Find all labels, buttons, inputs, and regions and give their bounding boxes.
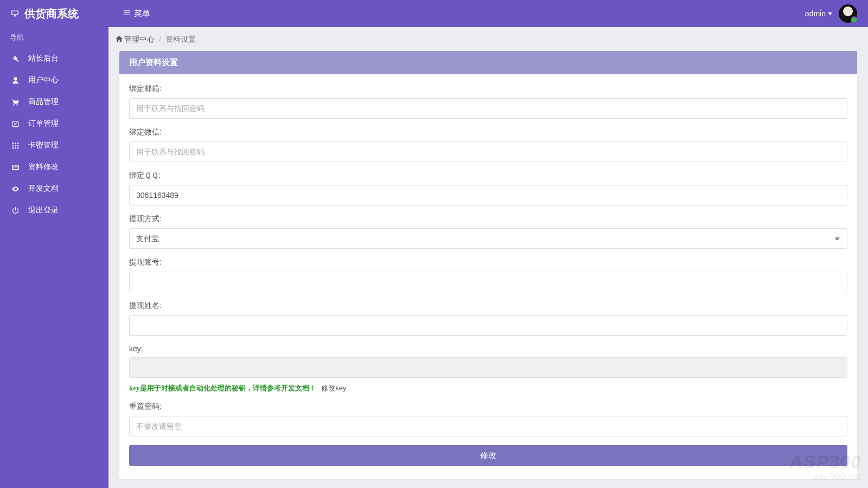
- cart-icon: [11, 98, 20, 106]
- top-navbar: 供货商系统 菜单 admin: [0, 0, 868, 27]
- label-withdraw-method: 提现方式:: [129, 214, 847, 224]
- withdraw-method-select[interactable]: 支付宝: [129, 228, 847, 249]
- breadcrumb-separator: /: [159, 35, 161, 44]
- sidebar-item-label: 退出登录: [28, 206, 59, 215]
- sidebar-item-label: 资料修改: [28, 162, 59, 172]
- sidebar: 导航 站长后台 用户中心 商品管理 订单管理 卡密管理 资料修改 开发文档 退出…: [0, 27, 108, 488]
- eye-icon: [11, 184, 20, 193]
- sidebar-item-profile-edit[interactable]: 资料修改: [0, 156, 108, 178]
- field-qq: 绑定ＱＱ:: [129, 171, 847, 206]
- withdraw-account-input[interactable]: [129, 272, 847, 292]
- sidebar-item-order-mgmt[interactable]: 订单管理: [0, 113, 108, 134]
- field-key: key: key是用于对接或者自动化处理的秘钥，详情参考开发文档！ 修改key: [129, 344, 847, 393]
- breadcrumb-home[interactable]: 管理中心: [115, 35, 155, 44]
- power-icon: [11, 206, 20, 215]
- panel-title: 用户资料设置: [119, 51, 857, 74]
- panel-body: 绑定邮箱: 绑定微信: 绑定ＱＱ: 提现方式: 支付宝 提现账号:: [119, 74, 857, 479]
- email-input[interactable]: [129, 98, 847, 119]
- field-withdraw-account: 提现账号:: [129, 258, 847, 292]
- sidebar-section-header: 导航: [0, 27, 108, 48]
- submit-button[interactable]: 修改: [129, 445, 847, 466]
- sidebar-item-card-mgmt[interactable]: 卡密管理: [0, 134, 108, 156]
- username-label: admin: [805, 9, 826, 18]
- caret-down-icon: [828, 12, 832, 15]
- qq-input[interactable]: [129, 185, 847, 206]
- wechat-input[interactable]: [129, 142, 847, 162]
- sidebar-item-admin-backend[interactable]: 站长后台: [0, 48, 108, 69]
- field-withdraw-method: 提现方式: 支付宝: [129, 214, 847, 249]
- key-help-row: key是用于对接或者自动化处理的秘钥，详情参考开发文档！ 修改key: [129, 383, 847, 393]
- label-email: 绑定邮箱:: [129, 84, 847, 94]
- key-help-text: key是用于对接或者自动化处理的秘钥，详情参考开发文档！: [129, 384, 316, 392]
- sidebar-item-label: 站长后台: [28, 54, 59, 63]
- avatar[interactable]: [839, 4, 857, 23]
- label-qq: 绑定ＱＱ:: [129, 171, 847, 181]
- change-key-link[interactable]: 修改key: [321, 384, 346, 392]
- brand[interactable]: 供货商系统: [0, 0, 108, 27]
- label-reset-password: 重置密码:: [129, 402, 847, 412]
- navbar-right: admin: [805, 4, 868, 23]
- sidebar-item-user-center[interactable]: 用户中心: [0, 69, 108, 91]
- check-square-icon: [11, 119, 20, 128]
- brand-text: 供货商系统: [24, 7, 79, 21]
- menu-collapse-icon: [123, 9, 131, 18]
- sidebar-item-label: 用户中心: [28, 75, 59, 85]
- monitor-icon: [11, 8, 19, 20]
- breadcrumb-home-label: 管理中心: [124, 35, 155, 44]
- label-wechat: 绑定微信:: [129, 127, 847, 137]
- sidebar-item-label: 开发文档: [28, 184, 59, 194]
- sidebar-item-label: 商品管理: [28, 97, 59, 107]
- field-withdraw-name: 提现姓名:: [129, 301, 847, 336]
- field-email: 绑定邮箱:: [129, 84, 847, 119]
- sidebar-item-product-mgmt[interactable]: 商品管理: [0, 91, 108, 113]
- label-withdraw-account: 提现账号:: [129, 258, 847, 267]
- content-area: 管理中心 / 资料设置 用户资料设置 绑定邮箱: 绑定微信: 绑定ＱＱ: 提现方…: [108, 27, 868, 488]
- home-icon: [115, 35, 123, 44]
- withdraw-name-input[interactable]: [129, 315, 847, 336]
- grid-icon: [11, 141, 20, 150]
- key-input: [129, 357, 847, 378]
- field-wechat: 绑定微信:: [129, 127, 847, 162]
- sidebar-item-label: 卡密管理: [28, 140, 59, 150]
- profile-panel: 用户资料设置 绑定邮箱: 绑定微信: 绑定ＱＱ: 提现方式: 支付宝: [119, 51, 857, 479]
- user-icon: [11, 76, 20, 85]
- breadcrumb: 管理中心 / 资料设置: [108, 27, 868, 51]
- reset-password-input[interactable]: [129, 416, 847, 436]
- menu-toggle[interactable]: 菜单: [123, 9, 150, 19]
- sidebar-item-logout[interactable]: 退出登录: [0, 200, 108, 221]
- breadcrumb-current: 资料设置: [165, 35, 196, 44]
- label-withdraw-name: 提现姓名:: [129, 301, 847, 311]
- wrench-icon: [11, 54, 20, 63]
- sidebar-item-label: 订单管理: [28, 119, 59, 129]
- menu-toggle-label: 菜单: [134, 9, 150, 19]
- field-reset-password: 重置密码:: [129, 402, 847, 436]
- card-icon: [11, 163, 20, 171]
- label-key: key:: [129, 344, 847, 353]
- sidebar-item-dev-docs[interactable]: 开发文档: [0, 178, 108, 200]
- user-dropdown[interactable]: admin: [805, 9, 832, 18]
